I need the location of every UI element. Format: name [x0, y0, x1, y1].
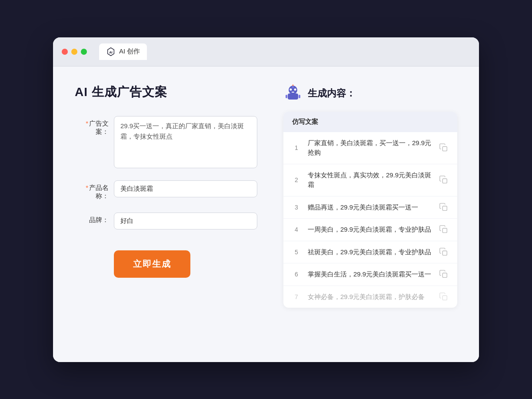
svg-rect-16	[442, 251, 447, 255]
copy-icon[interactable]	[439, 269, 449, 279]
result-rows-container: 1 厂家直销，美白淡斑霜，买一送一，29.9元抢购 2 专抹女性斑点，真实功效，…	[283, 132, 457, 308]
svg-rect-8	[299, 95, 300, 98]
close-button[interactable]	[62, 49, 68, 55]
row-number: 2	[292, 176, 301, 183]
copy-icon[interactable]	[439, 292, 449, 302]
copy-icon[interactable]	[439, 247, 449, 257]
page-title: AI 生成广告文案	[75, 84, 257, 100]
table-row: 5 祛斑美白，29.9元美白淡斑霜，专业护肤品	[283, 241, 457, 264]
table-header: 仿写文案	[283, 112, 457, 132]
svg-point-5	[294, 88, 296, 90]
tab-ai-create[interactable]: AI AI 创作	[99, 43, 147, 60]
row-number: 7	[292, 293, 301, 300]
table-row: 6 掌握美白生活，29.9元美白淡斑霜买一送一	[283, 263, 457, 286]
robot-icon	[283, 84, 303, 103]
ad-copy-textarea[interactable]	[114, 116, 257, 168]
result-title: 生成内容：	[308, 87, 356, 100]
row-text: 祛斑美白，29.9元美白淡斑霜，专业护肤品	[308, 247, 432, 257]
svg-rect-14	[442, 206, 447, 210]
required-mark-2: *	[86, 184, 88, 191]
table-row: 4 一周美白，29.9元美白淡斑霜，专业护肤品	[283, 219, 457, 241]
row-text: 赠品再送，29.9元美白淡斑霜买一送一	[308, 203, 432, 213]
ad-copy-group: *广告文案：	[75, 116, 257, 168]
copy-icon[interactable]	[439, 143, 449, 153]
svg-point-4	[290, 88, 292, 90]
svg-rect-13	[442, 179, 447, 183]
browser-titlebar: AI AI 创作	[53, 37, 479, 66]
right-panel: 生成内容： 仿写文案 1 厂家直销，美白淡斑霜，买一送一，29.9元抢购 2 专…	[283, 84, 457, 345]
copy-icon[interactable]	[439, 203, 449, 212]
left-panel: AI 生成广告文案 *广告文案： *产品名称： 品牌： 立	[75, 84, 257, 345]
svg-rect-18	[442, 296, 447, 300]
browser-window: AI AI 创作 AI 生成广告文案 *广告文案： *产品名称：	[53, 37, 479, 362]
brand-group: 品牌：	[75, 213, 257, 229]
copy-icon[interactable]	[439, 225, 449, 234]
table-row: 1 厂家直销，美白淡斑霜，买一送一，29.9元抢购	[283, 132, 457, 164]
generate-button[interactable]: 立即生成	[114, 250, 190, 278]
row-number: 4	[292, 226, 301, 233]
table-row: 3 赠品再送，29.9元美白淡斑霜买一送一	[283, 196, 457, 219]
browser-content: AI 生成广告文案 *广告文案： *产品名称： 品牌： 立	[53, 66, 479, 362]
row-number: 5	[292, 249, 301, 256]
maximize-button[interactable]	[81, 49, 87, 55]
minimize-button[interactable]	[71, 49, 77, 55]
svg-rect-3	[288, 93, 298, 100]
svg-text:AI: AI	[109, 50, 112, 54]
row-text: 掌握美白生活，29.9元美白淡斑霜买一送一	[308, 269, 432, 279]
table-row: 2 专抹女性斑点，真实功效，29.9元美白淡斑霜	[283, 164, 457, 196]
svg-rect-7	[286, 95, 287, 98]
traffic-lights	[62, 49, 87, 55]
tab-label: AI 创作	[119, 47, 140, 56]
result-header: 生成内容：	[283, 84, 457, 103]
svg-rect-17	[442, 273, 447, 278]
svg-rect-6	[292, 92, 294, 93]
product-name-input[interactable]	[114, 180, 257, 197]
svg-rect-12	[442, 146, 447, 151]
row-number: 3	[292, 204, 301, 211]
row-text: 厂家直销，美白淡斑霜，买一送一，29.9元抢购	[308, 138, 432, 158]
row-text: 一周美白，29.9元美白淡斑霜，专业护肤品	[308, 225, 432, 235]
required-mark: *	[86, 120, 88, 127]
copy-icon[interactable]	[439, 175, 449, 185]
result-table: 仿写文案 1 厂家直销，美白淡斑霜，买一送一，29.9元抢购 2 专抹女性斑点，…	[283, 112, 457, 308]
ai-tab-icon: AI	[106, 47, 116, 57]
row-number: 1	[292, 144, 301, 151]
product-name-group: *产品名称：	[75, 180, 257, 200]
table-row: 7 女神必备，29.9元美白淡斑霜，护肤必备	[283, 286, 457, 308]
product-name-label: *产品名称：	[75, 180, 114, 200]
ad-copy-label: *广告文案：	[75, 116, 114, 136]
row-text: 女神必备，29.9元美白淡斑霜，护肤必备	[308, 292, 432, 302]
svg-point-11	[293, 84, 294, 86]
brand-input[interactable]	[114, 213, 257, 229]
row-number: 6	[292, 271, 301, 278]
svg-rect-15	[442, 229, 447, 233]
brand-label: 品牌：	[75, 213, 114, 224]
row-text: 专抹女性斑点，真实功效，29.9元美白淡斑霜	[308, 170, 432, 190]
